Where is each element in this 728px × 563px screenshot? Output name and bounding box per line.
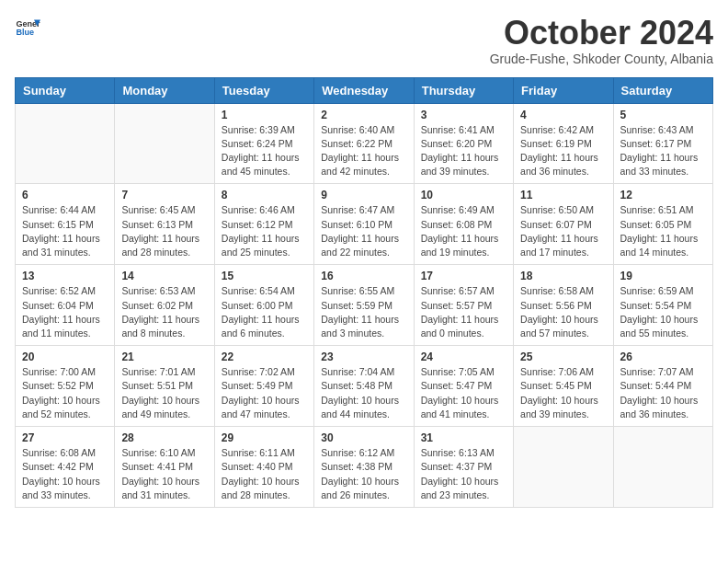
calendar-cell: 3Sunrise: 6:41 AMSunset: 6:20 PMDaylight… — [414, 103, 513, 184]
day-number: 29 — [222, 431, 307, 444]
day-info: Sunrise: 6:40 AMSunset: 6:22 PMDaylight:… — [321, 123, 406, 179]
calendar-cell — [115, 103, 214, 184]
day-number: 30 — [321, 431, 406, 444]
day-number: 7 — [121, 189, 207, 201]
day-info: Sunrise: 6:42 AMSunset: 6:19 PMDaylight:… — [520, 123, 606, 179]
logo-icon: General Blue — [15, 15, 40, 40]
day-number: 6 — [22, 189, 108, 201]
calendar-cell: 10Sunrise: 6:49 AMSunset: 6:08 PMDayligh… — [414, 184, 513, 265]
calendar-week-row: 27Sunrise: 6:08 AMSunset: 4:42 PMDayligh… — [16, 427, 713, 508]
day-info: Sunrise: 6:51 AMSunset: 6:05 PMDaylight:… — [620, 203, 706, 259]
calendar-cell: 16Sunrise: 6:55 AMSunset: 5:59 PMDayligh… — [314, 265, 414, 346]
day-number: 12 — [620, 189, 706, 201]
day-number: 3 — [421, 109, 506, 121]
day-info: Sunrise: 7:07 AMSunset: 5:44 PMDaylight:… — [620, 365, 706, 421]
calendar-table: SundayMondayTuesdayWednesdayThursdayFrid… — [15, 77, 713, 508]
weekday-header-row: SundayMondayTuesdayWednesdayThursdayFrid… — [16, 77, 713, 103]
day-number: 24 — [421, 350, 506, 363]
day-info: Sunrise: 6:46 AMSunset: 6:12 PMDaylight:… — [222, 203, 307, 259]
day-info: Sunrise: 6:59 AMSunset: 5:54 PMDaylight:… — [620, 284, 706, 340]
day-info: Sunrise: 7:01 AMSunset: 5:51 PMDaylight:… — [121, 365, 207, 421]
calendar-cell: 7Sunrise: 6:45 AMSunset: 6:13 PMDaylight… — [115, 184, 214, 265]
calendar-cell: 15Sunrise: 6:54 AMSunset: 6:00 PMDayligh… — [214, 265, 313, 346]
calendar-cell: 29Sunrise: 6:11 AMSunset: 4:40 PMDayligh… — [214, 427, 313, 508]
day-number: 19 — [620, 270, 706, 282]
day-info: Sunrise: 6:50 AMSunset: 6:07 PMDaylight:… — [520, 203, 606, 259]
calendar-cell: 24Sunrise: 7:05 AMSunset: 5:47 PMDayligh… — [414, 346, 513, 427]
day-number: 18 — [520, 270, 606, 282]
calendar-cell: 31Sunrise: 6:13 AMSunset: 4:37 PMDayligh… — [414, 427, 513, 508]
calendar-cell: 5Sunrise: 6:43 AMSunset: 6:17 PMDaylight… — [613, 103, 712, 184]
day-number: 21 — [121, 350, 207, 363]
calendar-cell — [613, 427, 712, 508]
day-number: 31 — [421, 431, 506, 444]
day-number: 2 — [321, 109, 406, 121]
calendar-cell: 1Sunrise: 6:39 AMSunset: 6:24 PMDaylight… — [214, 103, 313, 184]
day-number: 8 — [222, 189, 307, 201]
weekday-header-sunday: Sunday — [16, 77, 115, 103]
day-number: 22 — [222, 350, 307, 363]
calendar-cell: 9Sunrise: 6:47 AMSunset: 6:10 PMDaylight… — [314, 184, 414, 265]
day-info: Sunrise: 6:58 AMSunset: 5:56 PMDaylight:… — [520, 284, 606, 340]
day-number: 23 — [321, 350, 406, 363]
day-number: 5 — [620, 109, 706, 121]
day-info: Sunrise: 6:12 AMSunset: 4:38 PMDaylight:… — [321, 446, 406, 502]
day-info: Sunrise: 6:55 AMSunset: 5:59 PMDaylight:… — [321, 284, 406, 340]
calendar-cell: 21Sunrise: 7:01 AMSunset: 5:51 PMDayligh… — [115, 346, 214, 427]
day-info: Sunrise: 6:10 AMSunset: 4:41 PMDaylight:… — [121, 446, 207, 502]
calendar-cell: 14Sunrise: 6:53 AMSunset: 6:02 PMDayligh… — [115, 265, 214, 346]
weekday-header-monday: Monday — [115, 77, 214, 103]
calendar-cell: 8Sunrise: 6:46 AMSunset: 6:12 PMDaylight… — [214, 184, 313, 265]
calendar-week-row: 13Sunrise: 6:52 AMSunset: 6:04 PMDayligh… — [16, 265, 713, 346]
calendar-week-row: 6Sunrise: 6:44 AMSunset: 6:15 PMDaylight… — [16, 184, 713, 265]
calendar-cell: 12Sunrise: 6:51 AMSunset: 6:05 PMDayligh… — [613, 184, 712, 265]
day-number: 28 — [121, 431, 207, 444]
day-info: Sunrise: 6:39 AMSunset: 6:24 PMDaylight:… — [222, 123, 307, 179]
calendar-cell: 19Sunrise: 6:59 AMSunset: 5:54 PMDayligh… — [613, 265, 712, 346]
weekday-header-wednesday: Wednesday — [314, 77, 414, 103]
day-number: 14 — [121, 270, 207, 282]
calendar-cell: 13Sunrise: 6:52 AMSunset: 6:04 PMDayligh… — [16, 265, 115, 346]
day-info: Sunrise: 6:11 AMSunset: 4:40 PMDaylight:… — [222, 446, 307, 502]
weekday-header-tuesday: Tuesday — [214, 77, 313, 103]
weekday-header-saturday: Saturday — [613, 77, 712, 103]
day-number: 9 — [321, 189, 406, 201]
calendar-cell: 18Sunrise: 6:58 AMSunset: 5:56 PMDayligh… — [514, 265, 613, 346]
calendar-cell: 11Sunrise: 6:50 AMSunset: 6:07 PMDayligh… — [514, 184, 613, 265]
calendar-cell: 30Sunrise: 6:12 AMSunset: 4:38 PMDayligh… — [314, 427, 414, 508]
calendar-cell: 2Sunrise: 6:40 AMSunset: 6:22 PMDaylight… — [314, 103, 414, 184]
day-info: Sunrise: 6:49 AMSunset: 6:08 PMDaylight:… — [421, 203, 506, 259]
calendar-week-row: 1Sunrise: 6:39 AMSunset: 6:24 PMDaylight… — [16, 103, 713, 184]
day-number: 25 — [520, 350, 606, 363]
calendar-cell: 27Sunrise: 6:08 AMSunset: 4:42 PMDayligh… — [16, 427, 115, 508]
day-number: 20 — [22, 350, 108, 363]
day-number: 13 — [22, 270, 108, 282]
day-number: 27 — [22, 431, 108, 444]
title-section: October 2024 Grude-Fushe, Shkoder County… — [490, 15, 713, 66]
day-number: 10 — [421, 189, 506, 201]
location-subtitle: Grude-Fushe, Shkoder County, Albania — [490, 52, 713, 66]
calendar-cell: 6Sunrise: 6:44 AMSunset: 6:15 PMDaylight… — [16, 184, 115, 265]
day-info: Sunrise: 6:47 AMSunset: 6:10 PMDaylight:… — [321, 203, 406, 259]
day-info: Sunrise: 6:43 AMSunset: 6:17 PMDaylight:… — [620, 123, 706, 179]
calendar-cell — [16, 103, 115, 184]
calendar-cell: 23Sunrise: 7:04 AMSunset: 5:48 PMDayligh… — [314, 346, 414, 427]
calendar-cell: 26Sunrise: 7:07 AMSunset: 5:44 PMDayligh… — [613, 346, 712, 427]
month-title: October 2024 — [490, 15, 713, 52]
weekday-header-thursday: Thursday — [414, 77, 513, 103]
day-info: Sunrise: 7:06 AMSunset: 5:45 PMDaylight:… — [520, 365, 606, 421]
calendar-cell: 22Sunrise: 7:02 AMSunset: 5:49 PMDayligh… — [214, 346, 313, 427]
day-number: 26 — [620, 350, 706, 363]
weekday-header-friday: Friday — [514, 77, 613, 103]
day-info: Sunrise: 7:00 AMSunset: 5:52 PMDaylight:… — [22, 365, 108, 421]
day-number: 15 — [222, 270, 307, 282]
day-info: Sunrise: 7:02 AMSunset: 5:49 PMDaylight:… — [222, 365, 307, 421]
calendar-cell: 17Sunrise: 6:57 AMSunset: 5:57 PMDayligh… — [414, 265, 513, 346]
calendar-cell: 28Sunrise: 6:10 AMSunset: 4:41 PMDayligh… — [115, 427, 214, 508]
day-number: 1 — [222, 109, 307, 121]
calendar-week-row: 20Sunrise: 7:00 AMSunset: 5:52 PMDayligh… — [16, 346, 713, 427]
day-number: 16 — [321, 270, 406, 282]
day-info: Sunrise: 6:52 AMSunset: 6:04 PMDaylight:… — [22, 284, 108, 340]
day-info: Sunrise: 6:57 AMSunset: 5:57 PMDaylight:… — [421, 284, 506, 340]
page-header: General Blue October 2024 Grude-Fushe, S… — [15, 15, 713, 66]
